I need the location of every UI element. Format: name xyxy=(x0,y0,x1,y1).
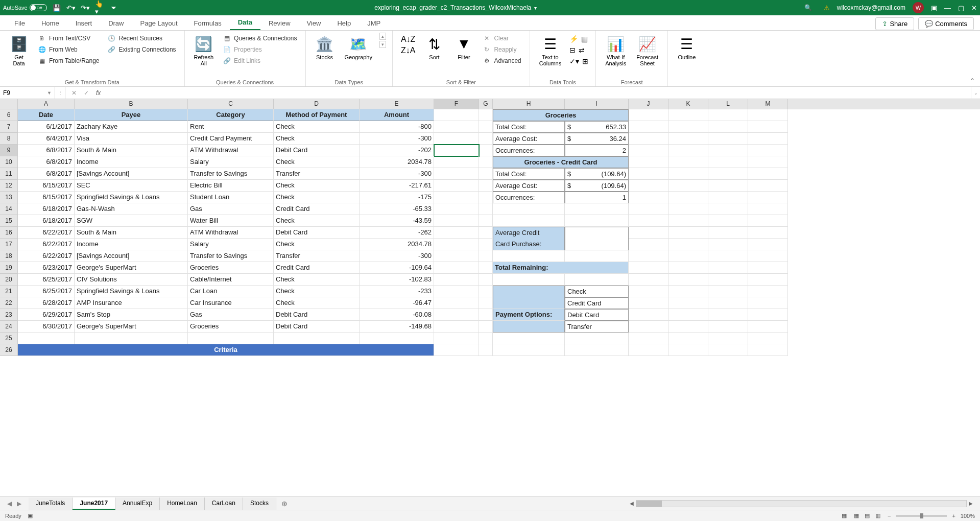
cell-category[interactable]: Car Insurance xyxy=(188,297,274,309)
cell-F8[interactable] xyxy=(434,133,479,145)
cell-date[interactable]: 6/8/2017 xyxy=(18,145,75,156)
col-header-A[interactable]: A xyxy=(18,99,75,109)
ribbon-display-icon[interactable]: ▣ xyxy=(931,4,937,12)
cell-category[interactable]: Groceries xyxy=(188,321,274,333)
cell-category[interactable]: Car Loan xyxy=(188,286,274,297)
cell-F19[interactable] xyxy=(434,262,479,274)
col-header-M[interactable]: M xyxy=(748,99,788,109)
fx-icon[interactable]: fx xyxy=(96,89,101,97)
cell-category[interactable]: ATM Withdrawal xyxy=(188,145,274,156)
consolidate-icon[interactable]: ▦ xyxy=(580,34,589,44)
cell-F22[interactable] xyxy=(434,297,479,309)
tab-formulas[interactable]: Formulas xyxy=(186,16,230,30)
cell-payee[interactable]: South & Main xyxy=(75,227,188,239)
cell-payee[interactable]: SEC xyxy=(75,180,188,192)
flash-fill-icon[interactable]: ⚡ xyxy=(568,34,579,44)
cancel-formula-icon[interactable]: ✕ xyxy=(71,89,77,97)
tab-help[interactable]: Help xyxy=(329,16,359,30)
zoom-in-icon[interactable]: + xyxy=(952,513,955,519)
cell-payee[interactable]: Gas-N-Wash xyxy=(75,203,188,215)
row-header-15[interactable]: 15 xyxy=(0,215,18,227)
cell-category[interactable]: Cable/Internet xyxy=(188,274,274,286)
cell-method[interactable]: Check xyxy=(274,297,360,309)
tab-data[interactable]: Data xyxy=(230,15,260,30)
cell-date[interactable]: 6/23/2017 xyxy=(18,262,75,274)
cell-payee[interactable]: Zachary Kaye xyxy=(75,121,188,133)
cell-method[interactable]: Debit Card xyxy=(274,309,360,321)
cell-date[interactable]: 6/28/2017 xyxy=(18,297,75,309)
page-break-icon[interactable]: ▥ xyxy=(873,512,882,518)
stocks-button[interactable]: 🏛️Stocks xyxy=(312,33,338,62)
tab-jmp[interactable]: JMP xyxy=(359,16,389,30)
name-box[interactable]: F9▼ xyxy=(0,87,55,99)
autosave-toggle[interactable]: AutoSave Off xyxy=(3,4,47,11)
cell-payee[interactable]: CIV Solutions xyxy=(75,274,188,286)
cell-method[interactable]: Debit Card xyxy=(274,227,360,239)
chevron-down-icon[interactable]: ▼ xyxy=(47,90,52,96)
cell-method[interactable]: Credit Card xyxy=(274,262,360,274)
sheet-tab-CarLoan[interactable]: CarLoan xyxy=(205,498,243,510)
cell-amount[interactable]: -65.33 xyxy=(360,203,434,215)
cell-F18[interactable] xyxy=(434,250,479,262)
table-header[interactable]: Method of Payment xyxy=(274,109,360,121)
cell-category[interactable]: Salary xyxy=(188,239,274,250)
hscroll-left-icon[interactable]: ◀ xyxy=(628,501,636,506)
row-header-10[interactable]: 10 xyxy=(0,156,18,168)
outline-button[interactable]: ☰Outline xyxy=(674,33,700,62)
col-header-L[interactable]: L xyxy=(708,99,748,109)
cell-F10[interactable] xyxy=(434,156,479,168)
row-header-20[interactable]: 20 xyxy=(0,274,18,286)
enter-formula-icon[interactable]: ✓ xyxy=(84,89,89,97)
horizontal-scrollbar[interactable] xyxy=(636,500,967,507)
from-web[interactable]: 🌐From Web xyxy=(36,45,102,54)
row-header-7[interactable]: 7 xyxy=(0,121,18,133)
col-header-H[interactable]: H xyxy=(493,99,565,109)
table-header[interactable]: Category xyxy=(188,109,274,121)
cell-payee[interactable]: Visa xyxy=(75,133,188,145)
cell-method[interactable]: Check xyxy=(274,215,360,227)
cell-F12[interactable] xyxy=(434,180,479,192)
hscroll-right-icon[interactable]: ▶ xyxy=(967,501,975,506)
cell-amount[interactable]: -102.83 xyxy=(360,274,434,286)
cell-amount[interactable]: 2034.78 xyxy=(360,239,434,250)
sort-desc-icon[interactable]: Z↓A xyxy=(401,46,415,55)
tab-view[interactable]: View xyxy=(299,16,329,30)
row-header-25[interactable]: 25 xyxy=(0,333,18,344)
maximize-icon[interactable]: ▢ xyxy=(958,4,964,12)
title-dropdown-icon[interactable]: ▾ xyxy=(534,5,537,11)
cell-method[interactable]: Debit Card xyxy=(274,145,360,156)
row-header-18[interactable]: 18 xyxy=(0,250,18,262)
cell-payee[interactable]: George's SuperMart xyxy=(75,321,188,333)
cell-method[interactable]: Transfer xyxy=(274,168,360,180)
sort-button[interactable]: ⇅Sort xyxy=(421,33,447,62)
expand-formula-icon[interactable]: ⌄ xyxy=(971,87,980,99)
cell-amount[interactable]: -202 xyxy=(360,145,434,156)
sheet-tab-Stocks[interactable]: Stocks xyxy=(243,498,276,510)
cell-amount[interactable]: -175 xyxy=(360,192,434,203)
cell-method[interactable]: Transfer xyxy=(274,250,360,262)
tab-pagelayout[interactable]: Page Layout xyxy=(132,16,186,30)
share-button[interactable]: ⇪Share xyxy=(875,17,914,30)
row-header-24[interactable]: 24 xyxy=(0,321,18,333)
cell-date[interactable]: 6/22/2017 xyxy=(18,239,75,250)
cell-payee[interactable]: Income xyxy=(75,239,188,250)
avatar[interactable]: W xyxy=(913,2,924,13)
row-header-22[interactable]: 22 xyxy=(0,297,18,309)
cell-payee[interactable]: AMP Insurance xyxy=(75,297,188,309)
clear-filter[interactable]: ✕Clear xyxy=(481,34,523,43)
col-header-C[interactable]: C xyxy=(188,99,274,109)
geography-button[interactable]: 🗺️Geography xyxy=(342,33,375,62)
sheet-nav-prev-icon[interactable]: ◀ xyxy=(5,500,14,507)
cell-category[interactable]: Student Loan xyxy=(188,192,274,203)
cell-amount[interactable]: -217.61 xyxy=(360,180,434,192)
cell-date[interactable]: 6/22/2017 xyxy=(18,250,75,262)
cell-amount[interactable]: -300 xyxy=(360,168,434,180)
tab-insert[interactable]: Insert xyxy=(67,16,101,30)
sheet-nav-next-icon[interactable]: ▶ xyxy=(15,500,23,507)
cell-date[interactable]: 6/25/2017 xyxy=(18,274,75,286)
col-header-E[interactable]: E xyxy=(360,99,434,109)
cell-amount[interactable]: -109.64 xyxy=(360,262,434,274)
page-layout-icon[interactable]: ▤ xyxy=(863,512,872,518)
cell-payee[interactable]: Springfield Savings & Loans xyxy=(75,192,188,203)
row-header-23[interactable]: 23 xyxy=(0,309,18,321)
